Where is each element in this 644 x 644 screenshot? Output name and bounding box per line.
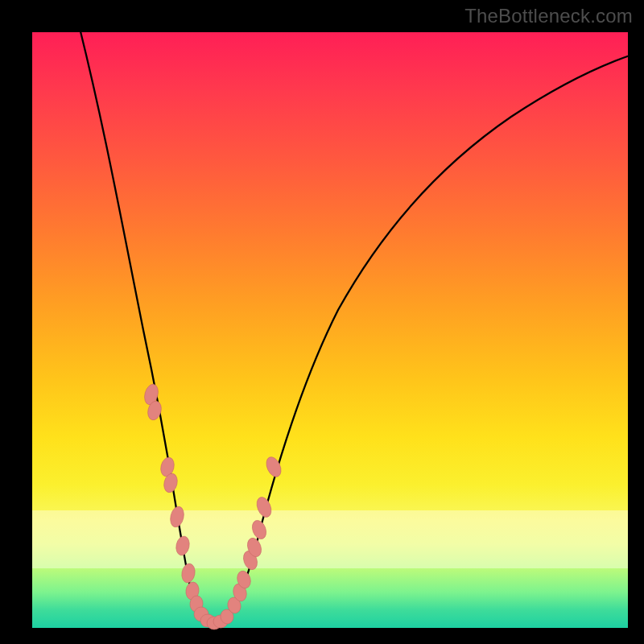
dot-cluster [142, 382, 284, 630]
svg-point-5 [175, 535, 192, 557]
svg-point-6 [180, 563, 196, 584]
outer-frame: TheBottleneck.com [0, 0, 644, 644]
watermark-text: TheBottleneck.com [464, 5, 633, 27]
chart-svg [32, 32, 628, 628]
svg-point-20 [254, 495, 275, 519]
plot-area [32, 32, 628, 628]
svg-point-4 [168, 506, 185, 529]
svg-point-19 [250, 518, 269, 541]
bottleneck-curve [80, 28, 632, 625]
